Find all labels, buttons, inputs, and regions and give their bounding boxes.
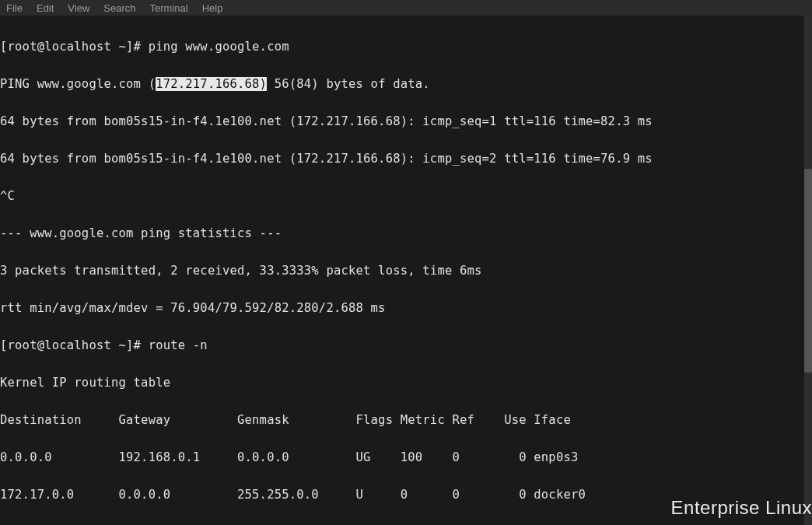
ping-stats-header: --- www.google.com ping statistics --- [0,224,812,243]
ping-response: 64 bytes from bom05s15-in-f4.1e100.net (… [0,112,812,131]
menu-file[interactable]: File [6,2,23,14]
scrollbar[interactable] [804,16,812,525]
command-ping: ping www.google.com [149,40,289,54]
command-route: route -n [149,338,208,352]
prompt: [root@localhost ~]# [0,40,149,54]
prompt: [root@localhost ~]# [0,338,149,352]
ping-header-a: PING www.google.com ( [0,77,156,91]
scrollbar-thumb[interactable] [804,169,812,373]
route-row: 0.0.0.0 192.168.0.1 0.0.0.0 UG 100 0 0 e… [0,448,812,467]
route-header: Destination Gateway Genmask Flags Metric… [0,411,812,429]
watermark: Enterprise Linux [671,497,812,519]
ping-stats-line: 3 packets transmitted, 2 received, 33.33… [0,261,812,280]
ping-header-b: 56(84) bytes of data. [267,77,430,91]
menu-edit[interactable]: Edit [37,2,54,14]
menu-view[interactable]: View [68,2,89,14]
ping-response: 64 bytes from bom05s15-in-f4.1e100.net (… [0,149,812,168]
menu-search[interactable]: Search [103,2,135,14]
menu-help[interactable]: Help [202,2,223,14]
ping-ip-highlight: 172.217.166.68) [156,77,267,91]
route-title: Kernel IP routing table [0,373,812,392]
ctrl-c: ^C [0,187,812,205]
ping-stats-line: rtt min/avg/max/mdev = 76.904/79.592/82.… [0,299,812,317]
menu-terminal[interactable]: Terminal [150,2,188,14]
menubar[interactable]: File Edit View Search Terminal Help [0,0,812,16]
terminal-output[interactable]: [root@localhost ~]# ping www.google.com … [0,16,812,525]
